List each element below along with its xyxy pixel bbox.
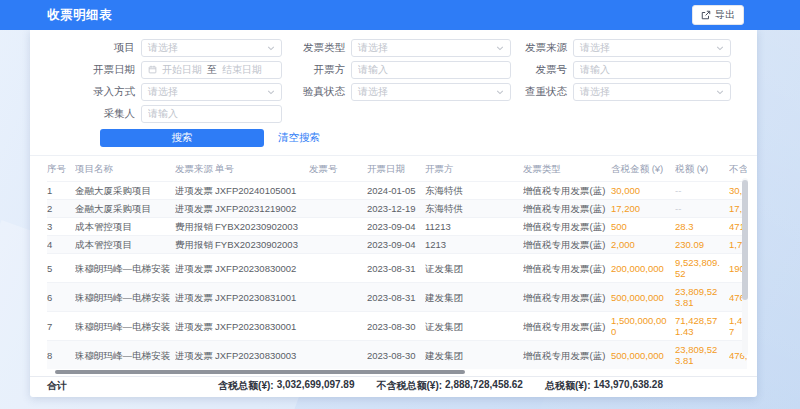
summary-label: 合计 [47, 379, 67, 393]
filter-label-collector: 采集人 [65, 107, 135, 121]
calendar-icon [148, 65, 157, 74]
table-row: 6 珠穆朗玛峰—电梯安装 进项发票 JXFP20230831001 2023-0… [47, 283, 747, 312]
summary-row: 合计 含税总额(¥): 3,032,699,097.89 不含税总额(¥): 2… [30, 376, 757, 395]
tax-excl-total-label: 不含税总额(¥): [377, 379, 443, 393]
filter-label-duplicate-status: 查重状态 [512, 85, 567, 99]
search-button[interactable]: 搜索 [100, 129, 264, 147]
invoice-source-select[interactable]: 请选择 [573, 39, 731, 57]
col-amount-incl: 含税金额 (¥) [611, 158, 675, 182]
vertical-scrollbar[interactable] [742, 178, 748, 356]
filter-label-verify-status: 验真状态 [290, 85, 345, 99]
table-row: 7 珠穆朗玛峰—电梯安装 进项发票 JXFP20230830001 2023-0… [47, 312, 747, 341]
project-select[interactable]: 请选择 [141, 39, 282, 57]
horizontal-scrollbar[interactable] [47, 370, 747, 374]
chevron-down-icon [267, 44, 275, 52]
col-seq: 序号 [47, 158, 75, 182]
table-header-row: 序号 项目名称 发票来源 单号 发票号 开票日期 开票方 发票类型 含税金额 (… [47, 158, 747, 182]
filter-label-invoice-source: 发票来源 [512, 41, 567, 55]
invoice-no-input[interactable] [573, 61, 731, 79]
col-date: 开票日期 [367, 158, 425, 182]
invoice-type-select[interactable]: 请选择 [351, 39, 511, 57]
tax-incl-total-value: 3,032,699,097.89 [277, 379, 355, 393]
page-title: 收票明细表 [47, 7, 112, 24]
filter-label-project: 项目 [65, 41, 135, 55]
table-row: 3 成本管控项目 费用报销 FYBX20230902003 2023-09-04… [47, 218, 747, 236]
app-card: 项目 请选择 发票类型 请选择 发票来源 请选择 [30, 30, 757, 397]
chevron-down-icon [716, 44, 724, 52]
col-order-no: 单号 [215, 158, 309, 182]
chevron-down-icon [496, 44, 504, 52]
desktop-background: 收票明细表 导出 项目 请选择 发票类型 [0, 0, 800, 409]
tax-incl-total-label: 含税总额(¥): [218, 379, 274, 393]
col-issuer: 开票方 [425, 158, 523, 182]
entry-method-select[interactable]: 请选择 [141, 83, 282, 101]
filter-label-issuer: 开票方 [290, 63, 345, 77]
col-invoice-no: 发票号 [309, 158, 367, 182]
chevron-down-icon [496, 88, 504, 96]
invoice-date-range-picker[interactable]: 开始日期 至 结束日期 [141, 61, 282, 79]
duplicate-status-select[interactable]: 请选择 [573, 83, 731, 101]
filter-label-invoice-date: 开票日期 [65, 63, 135, 77]
chevron-down-icon [716, 88, 724, 96]
table-row: 8 珠穆朗玛峰—电梯安装 进项发票 JXFP20230830003 2023-0… [47, 341, 747, 370]
page-header: 收票明细表 导出 [0, 0, 800, 30]
export-button[interactable]: 导出 [692, 5, 744, 25]
chevron-down-icon [267, 88, 275, 96]
col-tax: 税额 (¥) [675, 158, 729, 182]
tax-total-value: 143,970,638.28 [593, 379, 663, 393]
filter-label-entry-method: 录入方式 [65, 85, 135, 99]
clear-search-link[interactable]: 清空搜索 [278, 131, 320, 145]
table-row: 1 金融大厦采购项目 进项发票 JXFP20240105001 2024-01-… [47, 182, 747, 200]
tax-total-label: 总税额(¥): [545, 379, 591, 393]
col-project: 项目名称 [75, 158, 175, 182]
tax-excl-total-value: 2,888,728,458.62 [445, 379, 523, 393]
col-source: 发票来源 [175, 158, 215, 182]
col-type: 发票类型 [523, 158, 611, 182]
filter-label-invoice-type: 发票类型 [290, 41, 345, 55]
vertical-scrollbar-thumb[interactable] [742, 180, 748, 300]
invoice-table: 序号 项目名称 发票来源 单号 发票号 开票日期 开票方 发票类型 含税金额 (… [47, 158, 747, 369]
table-row: 4 成本管控项目 费用报销 FYBX20230902003 2023-09-04… [47, 236, 747, 254]
horizontal-scrollbar-thumb[interactable] [55, 370, 465, 374]
issuer-input[interactable] [351, 61, 511, 79]
collector-input[interactable] [141, 105, 282, 123]
export-icon [701, 10, 711, 20]
verify-status-select[interactable]: 请选择 [351, 83, 511, 101]
table-row: 5 珠穆朗玛峰—电梯安装 进项发票 JXFP20230830002 2023-0… [47, 254, 747, 283]
table-row: 2 金融大厦采购项目 进项发票 JXFP20231219002 2023-12-… [47, 200, 747, 218]
filter-panel: 项目 请选择 发票类型 请选择 发票来源 请选择 [30, 30, 757, 156]
filter-label-invoice-no: 发票号 [512, 63, 567, 77]
